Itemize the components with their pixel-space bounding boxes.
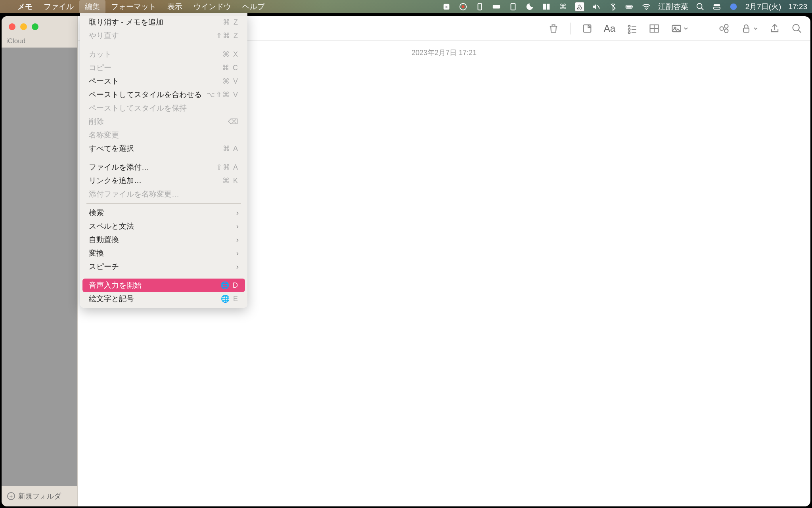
menubar-format[interactable]: フォーマット [105, 0, 162, 13]
close-button[interactable] [9, 23, 15, 30]
menu-item[interactable]: ペースト⌘ V [82, 74, 245, 88]
lock-button[interactable] [741, 23, 758, 34]
clipboard-icon[interactable] [508, 2, 518, 11]
menubar-edit[interactable]: 編集 [79, 0, 105, 13]
menu-item[interactable]: 絵文字と記号🌐 E [82, 292, 245, 306]
menu-item-label: 自動置換 [89, 235, 119, 245]
control-center-icon[interactable] [712, 2, 722, 11]
status-icon-1[interactable]: × [442, 2, 451, 11]
keyboard-icon[interactable] [492, 2, 501, 11]
battery-icon[interactable] [625, 2, 634, 11]
menu-item-label: 削除 [89, 116, 104, 127]
svg-point-33 [724, 24, 728, 28]
menu-item-label: やり直す [89, 31, 119, 41]
menu-item[interactable]: 取り消す - メモを追加⌘ Z [82, 15, 245, 29]
menu-item-label: ペーストしてスタイルを合わせる [89, 90, 202, 100]
format-button[interactable]: Aa [604, 23, 615, 34]
link-button[interactable] [718, 23, 730, 34]
menu-item[interactable]: 変換› [82, 246, 245, 260]
menubar-app-name[interactable]: メモ [12, 0, 38, 13]
chevron-right-icon: › [236, 249, 239, 258]
menu-item-label: スペルと文法 [89, 221, 134, 231]
menu-item[interactable]: リンクを追加…⌘ K [82, 174, 245, 187]
svg-point-3 [462, 5, 464, 8]
menu-item: 削除⌫ [82, 115, 245, 128]
svg-point-19 [730, 3, 737, 10]
menu-item-label: すべてを選択 [89, 143, 134, 154]
share-button[interactable] [769, 23, 780, 34]
sidebar: iCloud + 新規フォルダ [2, 16, 78, 506]
menu-item[interactable]: ペーストしてスタイルを合わせる⌥⇧⌘ V [82, 88, 245, 101]
svg-rect-35 [743, 28, 749, 32]
menu-item-label: 変換 [89, 248, 104, 258]
checklist-button[interactable] [626, 23, 638, 34]
menu-item[interactable]: 検索› [82, 206, 245, 220]
moon-icon[interactable] [525, 2, 534, 11]
menubar-date[interactable]: 2月7日(火) [745, 2, 781, 12]
sidebar-section-icloud[interactable]: iCloud [2, 36, 77, 47]
svg-point-15 [697, 3, 702, 8]
media-button[interactable] [671, 23, 688, 34]
svg-point-36 [793, 24, 799, 31]
menu-item-label: 音声入力を開始 [89, 280, 142, 290]
zoom-button[interactable] [32, 23, 38, 30]
device-icon[interactable] [475, 2, 485, 11]
menu-item[interactable]: 音声入力を開始🌐 D [82, 279, 245, 292]
spotlight-icon[interactable] [695, 2, 705, 11]
bluetooth-icon[interactable] [608, 2, 618, 11]
menu-item-label: リンクを追加… [89, 176, 142, 186]
menu-separator [86, 45, 241, 45]
table-button[interactable] [649, 23, 660, 34]
edit-menu-dropdown: 取り消す - メモを追加⌘ Zやり直す⇧⌘ Zカット⌘ Xコピー⌘ Cペースト⌘… [80, 13, 247, 308]
menubar-status-area: × ⌘ あ 江副杏菜 2月7日(火) 17:23 [442, 2, 807, 12]
command-icon[interactable]: ⌘ [558, 2, 568, 11]
ime-indicator[interactable]: あ [575, 2, 584, 11]
svg-line-16 [701, 8, 703, 10]
split-icon[interactable] [542, 2, 551, 11]
menu-item-label: 取り消す - メモを追加 [89, 17, 163, 27]
menu-separator [86, 276, 241, 276]
menu-item[interactable]: ファイルを添付…⇧⌘ A [82, 160, 245, 174]
notes-list[interactable] [2, 48, 77, 486]
plus-circle-icon: + [7, 492, 15, 500]
menubar-username[interactable]: 江副杏菜 [658, 2, 688, 12]
menu-item-label: 検索 [89, 208, 104, 218]
menu-separator [86, 158, 241, 158]
menubar-time[interactable]: 17:23 [788, 2, 807, 11]
menu-item-label: ファイルを添付… [89, 162, 149, 172]
new-folder-button[interactable]: + 新規フォルダ [2, 486, 77, 506]
siri-icon[interactable] [729, 2, 738, 11]
svg-point-23 [628, 29, 630, 31]
menu-item[interactable]: スピーチ› [82, 260, 245, 273]
menu-item[interactable]: スペルと文法› [82, 220, 245, 233]
chevron-right-icon: › [236, 222, 239, 231]
svg-text:⌘: ⌘ [559, 2, 567, 11]
svg-point-32 [720, 27, 724, 30]
minimize-button[interactable] [20, 23, 27, 30]
menu-item[interactable]: すべてを選択⌘ A [82, 142, 245, 155]
menubar-help[interactable]: ヘルプ [237, 0, 270, 13]
svg-point-14 [645, 9, 647, 10]
svg-rect-13 [626, 6, 632, 8]
search-button[interactable] [791, 23, 802, 34]
menu-item-label: カット [89, 49, 111, 59]
delete-button[interactable] [548, 23, 559, 34]
menu-item-label: スピーチ [89, 262, 119, 272]
menu-item-shortcut: ⌥⇧⌘ V [207, 90, 239, 99]
record-icon[interactable] [458, 2, 468, 11]
menu-item-label: ペーストしてスタイルを保持 [89, 103, 187, 113]
menu-item[interactable]: 自動置換› [82, 233, 245, 246]
menu-item: コピー⌘ C [82, 61, 245, 74]
svg-point-21 [628, 25, 630, 27]
menu-item-shortcut: 🌐 D [220, 281, 239, 290]
menubar: メモ ファイル 編集 フォーマット 表示 ウインドウ ヘルプ × ⌘ あ 江副杏… [0, 0, 812, 13]
wifi-icon[interactable] [642, 2, 651, 11]
volume-muted-icon[interactable] [592, 2, 601, 11]
menubar-view[interactable]: 表示 [162, 0, 188, 13]
menubar-file[interactable]: ファイル [38, 0, 79, 13]
window-controls [2, 16, 77, 36]
new-note-button[interactable] [582, 23, 593, 34]
menu-item-shortcut: ⌘ K [222, 176, 239, 185]
svg-rect-4 [478, 3, 481, 10]
menubar-window[interactable]: ウインドウ [188, 0, 237, 13]
